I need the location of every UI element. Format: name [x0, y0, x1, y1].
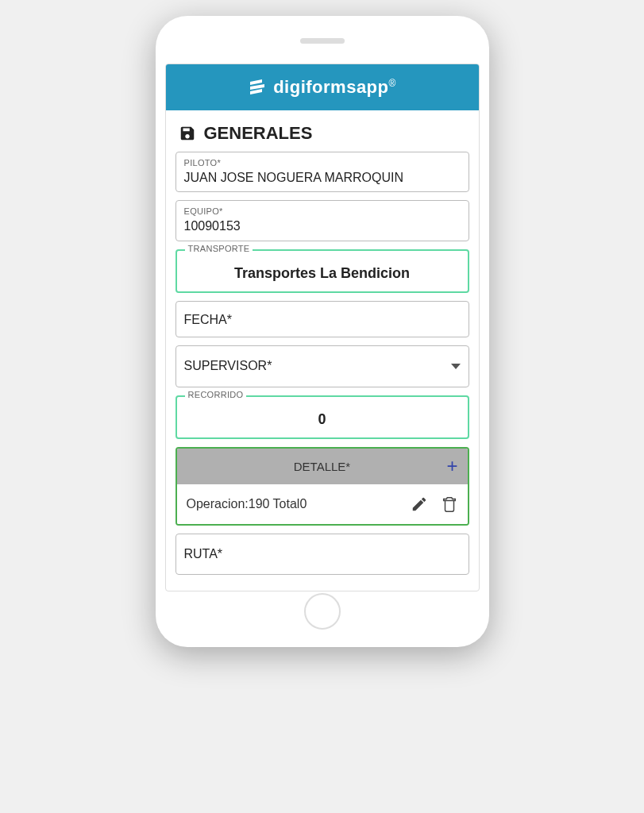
- fecha-label: FECHA*: [184, 308, 461, 332]
- brand-reg: ®: [389, 78, 396, 89]
- equipo-value: 10090153: [184, 218, 461, 235]
- section-title: GENERALES: [204, 123, 313, 144]
- plus-icon[interactable]: +: [446, 457, 457, 476]
- pencil-icon[interactable]: [411, 495, 428, 513]
- phone-frame: digiformsapp® GENERALES PILOTO* JUAN JOS…: [156, 16, 489, 647]
- logo-icon: [248, 78, 267, 97]
- piloto-value: JUAN JOSE NOGUERA MARROQUIN: [184, 169, 461, 187]
- section-title-row: GENERALES: [175, 118, 469, 152]
- transporte-field[interactable]: TRANSPORTE Transportes La Bendicion: [175, 249, 469, 293]
- home-button[interactable]: [304, 593, 341, 630]
- equipo-field[interactable]: EQUIPO* 10090153: [175, 200, 469, 241]
- trash-icon[interactable]: [441, 495, 458, 513]
- piloto-label: PILOTO*: [184, 159, 461, 168]
- ruta-label: RUTA*: [184, 545, 461, 563]
- brand-text: digiformsapp®: [273, 77, 396, 98]
- supervisor-field[interactable]: SUPERVISOR*: [175, 345, 469, 387]
- form-content: GENERALES PILOTO* JUAN JOSE NOGUERA MARR…: [166, 110, 479, 591]
- detalle-header-label: DETALLE*: [294, 460, 350, 473]
- detalle-block: DETALLE* + Operacion:190 Total0: [175, 447, 469, 526]
- ruta-field[interactable]: RUTA*: [175, 534, 469, 575]
- detalle-row: Operacion:190 Total0: [177, 484, 468, 524]
- app-screen: digiformsapp® GENERALES PILOTO* JUAN JOS…: [165, 64, 480, 591]
- detalle-row-text: Operacion:190 Total0: [187, 497, 398, 511]
- phone-speaker: [300, 38, 345, 44]
- recorrido-label: RECORRIDO: [185, 391, 247, 399]
- detalle-header: DETALLE* +: [177, 449, 468, 484]
- chevron-down-icon: [451, 364, 461, 369]
- supervisor-label: SUPERVISOR*: [184, 357, 272, 375]
- app-header: digiformsapp®: [166, 64, 479, 110]
- recorrido-field[interactable]: RECORRIDO 0: [175, 395, 469, 439]
- fecha-field[interactable]: FECHA*: [175, 301, 469, 337]
- transporte-value: Transportes La Bendicion: [185, 257, 460, 287]
- piloto-field[interactable]: PILOTO* JUAN JOSE NOGUERA MARROQUIN: [175, 152, 469, 192]
- recorrido-value: 0: [185, 403, 460, 433]
- brand-name: digiformsapp: [273, 77, 388, 97]
- equipo-label: EQUIPO*: [184, 207, 461, 216]
- transporte-label: TRANSPORTE: [185, 245, 253, 253]
- save-icon[interactable]: [179, 125, 196, 142]
